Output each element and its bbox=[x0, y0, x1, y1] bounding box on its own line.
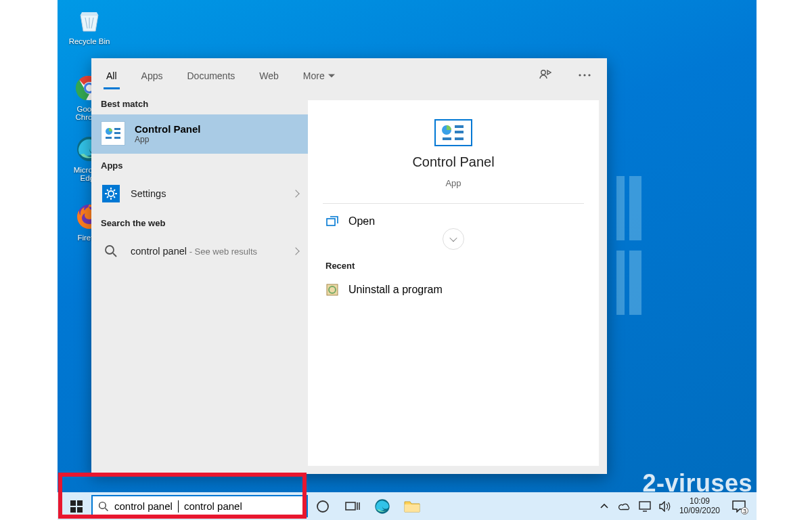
result-best-match-control-panel[interactable]: Control Panel App bbox=[91, 114, 308, 154]
chevron-up-icon bbox=[600, 502, 608, 511]
svg-rect-19 bbox=[455, 131, 464, 133]
open-icon bbox=[325, 215, 339, 228]
svg-rect-11 bbox=[114, 132, 120, 134]
programs-icon bbox=[325, 283, 339, 297]
svg-rect-27 bbox=[70, 507, 76, 513]
cloud-icon bbox=[618, 502, 631, 511]
svg-rect-12 bbox=[106, 137, 112, 139]
search-icon bbox=[101, 241, 121, 261]
file-explorer-icon bbox=[404, 500, 420, 513]
svg-rect-18 bbox=[455, 125, 464, 128]
svg-rect-33 bbox=[405, 504, 420, 512]
taskbar-search-box[interactable]: control panel bbox=[91, 495, 308, 517]
search-icon bbox=[98, 501, 109, 512]
control-panel-icon bbox=[434, 119, 472, 146]
ellipsis-icon bbox=[579, 74, 591, 77]
svg-point-7 bbox=[583, 74, 585, 76]
svg-rect-10 bbox=[114, 128, 120, 130]
taskbar-app-file-explorer[interactable] bbox=[397, 492, 427, 520]
svg-rect-22 bbox=[327, 219, 335, 225]
search-results-column: Best match Control Panel App Apps Settin… bbox=[91, 92, 308, 474]
svg-rect-34 bbox=[639, 502, 650, 509]
preview-title: Control Panel bbox=[412, 154, 494, 170]
chevron-down-icon bbox=[449, 234, 457, 242]
tray-input-indicator[interactable] bbox=[639, 500, 651, 513]
svg-point-29 bbox=[99, 502, 106, 508]
svg-point-30 bbox=[317, 501, 328, 512]
settings-icon bbox=[101, 183, 121, 204]
task-view-icon bbox=[345, 500, 360, 513]
tab-documents[interactable]: Documents bbox=[183, 61, 239, 89]
svg-point-16 bbox=[106, 246, 114, 254]
result-label: control panel - See web results bbox=[131, 246, 284, 257]
section-apps: Apps bbox=[91, 154, 308, 176]
clock-date: 10/09/2020 bbox=[679, 506, 720, 516]
tray-show-hidden[interactable] bbox=[598, 500, 610, 513]
search-input[interactable] bbox=[184, 500, 301, 512]
feedback-icon bbox=[539, 68, 552, 82]
svg-rect-25 bbox=[70, 500, 76, 506]
action-center-button[interactable]: 3 bbox=[728, 496, 750, 517]
section-recent: Recent bbox=[323, 255, 584, 276]
result-label: Settings bbox=[131, 188, 284, 199]
taskbar: control panel 10:09 10/09/2020 3 bbox=[58, 492, 757, 520]
options-button[interactable] bbox=[573, 64, 596, 87]
edge-icon bbox=[374, 498, 391, 515]
monitor-icon bbox=[639, 501, 651, 512]
speaker-icon bbox=[659, 501, 671, 512]
task-view-button[interactable] bbox=[338, 492, 367, 520]
svg-rect-26 bbox=[77, 500, 83, 506]
search-panel-body: Best match Control Panel App Apps Settin… bbox=[91, 92, 607, 474]
notification-badge: 3 bbox=[741, 507, 748, 515]
result-app-settings[interactable]: Settings bbox=[91, 176, 308, 211]
expand-button[interactable] bbox=[443, 228, 464, 250]
action-label: Open bbox=[348, 215, 375, 228]
svg-rect-31 bbox=[346, 502, 355, 510]
feedback-button[interactable] bbox=[534, 64, 557, 87]
tray-volume[interactable] bbox=[659, 500, 671, 513]
control-panel-icon bbox=[101, 121, 125, 146]
preview-subtitle: App bbox=[445, 178, 461, 188]
start-button[interactable] bbox=[62, 492, 91, 520]
web-query-text: control panel bbox=[131, 246, 187, 257]
text-caret bbox=[178, 500, 179, 513]
svg-rect-20 bbox=[443, 137, 451, 140]
tab-apps[interactable]: Apps bbox=[137, 61, 167, 89]
best-match-subtitle: App bbox=[135, 135, 201, 144]
svg-point-5 bbox=[541, 70, 545, 74]
tab-more[interactable]: More bbox=[299, 61, 339, 89]
chevron-down-icon bbox=[328, 74, 335, 81]
desktop-icon-label: Recycle Bin bbox=[66, 37, 113, 45]
chevron-right-icon bbox=[292, 190, 299, 197]
svg-rect-14 bbox=[102, 185, 120, 202]
wallpaper-windows-logo-stripe bbox=[616, 251, 625, 315]
tab-web[interactable]: Web bbox=[255, 61, 283, 89]
tab-all[interactable]: All bbox=[102, 61, 121, 89]
tray-clock[interactable]: 10:09 10/09/2020 bbox=[679, 497, 720, 516]
search-preview-panel: Control Panel App Open Recent Uninstall … bbox=[308, 100, 599, 466]
best-match-title: Control Panel bbox=[135, 123, 201, 135]
search-tabs: All Apps Documents Web More bbox=[91, 58, 607, 92]
wallpaper-windows-logo-stripe bbox=[616, 176, 625, 240]
recycle-bin-icon bbox=[74, 5, 104, 35]
svg-rect-13 bbox=[114, 137, 120, 139]
svg-rect-21 bbox=[455, 137, 464, 140]
web-query-hint: - See web results bbox=[187, 246, 257, 257]
tray-onedrive[interactable] bbox=[618, 500, 631, 513]
chevron-right-icon bbox=[292, 247, 299, 255]
search-input-text: control panel bbox=[114, 500, 173, 512]
desktop-icon-recycle-bin[interactable]: Recycle Bin bbox=[66, 5, 113, 45]
recent-item-label: Uninstall a program bbox=[348, 284, 443, 296]
svg-point-6 bbox=[579, 74, 581, 76]
recent-item-uninstall-program[interactable]: Uninstall a program bbox=[323, 276, 584, 303]
svg-point-8 bbox=[588, 74, 590, 76]
windows-logo-icon bbox=[70, 500, 83, 513]
start-search-panel: All Apps Documents Web More Best match C… bbox=[91, 58, 607, 474]
result-web-control-panel[interactable]: control panel - See web results bbox=[91, 234, 308, 269]
cortana-button[interactable] bbox=[308, 492, 338, 520]
system-tray: 10:09 10/09/2020 3 bbox=[598, 496, 752, 517]
cortana-icon bbox=[316, 500, 330, 513]
taskbar-app-edge[interactable] bbox=[367, 492, 397, 520]
section-search-web: Search the web bbox=[91, 211, 308, 234]
wallpaper-windows-logo-stripe bbox=[629, 251, 641, 315]
